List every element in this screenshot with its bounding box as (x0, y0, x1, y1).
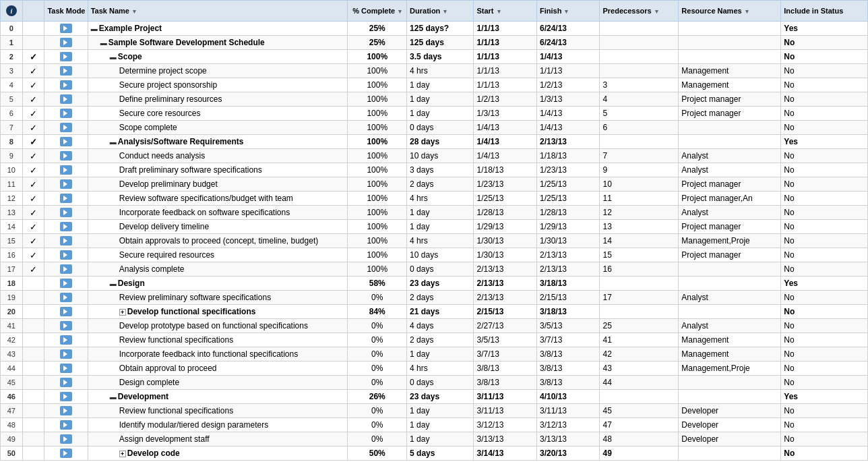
table-row[interactable]: 48Identify modular/tiered design paramet… (1, 418, 868, 432)
collapse-icon[interactable]: ▬ (100, 39, 107, 47)
header-pct[interactable]: % Complete ▾ (348, 1, 407, 22)
row-check: ✓ (22, 135, 44, 149)
header-task-name[interactable]: Task Name ▾ (88, 1, 348, 22)
row-task-name[interactable]: Develop delivery timeline (88, 220, 348, 234)
row-duration: 2 days (407, 333, 474, 347)
auto-schedule-icon (60, 250, 72, 260)
table-row[interactable]: 11✓Develop preliminary budget100%2 days1… (1, 177, 868, 192)
table-row[interactable]: 50+Develop code50%5 days3/14/133/20/1349… (1, 446, 868, 461)
table-row[interactable]: 20+Develop functional specifications84%2… (1, 305, 868, 319)
table-row[interactable]: 8✓▬Analysis/Software Requirements100%28 … (1, 135, 868, 149)
table-row[interactable]: 46▬Development26%23 days3/11/134/10/13Ye… (1, 390, 868, 404)
row-task-name[interactable]: Develop prototype based on functional sp… (88, 319, 348, 333)
row-task-name[interactable]: ▬Design (88, 277, 348, 291)
gantt-table: i Task Mode ▾ Task Name ▾ % Complete ▾ D… (0, 0, 868, 461)
row-task-name[interactable]: Conduct needs analysis (88, 149, 348, 163)
table-row[interactable]: 17✓Analysis complete100%0 days2/13/132/1… (1, 262, 868, 277)
expand-icon[interactable]: + (119, 451, 126, 457)
table-row[interactable]: 44Obtain approval to proceed0%4 hrs3/8/1… (1, 362, 868, 376)
collapse-icon[interactable]: ▬ (110, 53, 117, 61)
collapse-icon[interactable]: ▬ (110, 393, 117, 401)
table-row[interactable]: 41Develop prototype based on functional … (1, 319, 868, 333)
table-row[interactable]: 43Incorporate feedback into functional s… (1, 347, 868, 362)
row-task-name[interactable]: ▬Example Project (88, 22, 348, 36)
row-task-name[interactable]: Secure project sponsorship (88, 78, 348, 92)
table-row[interactable]: 13✓Incorporate feedback on software spec… (1, 206, 868, 220)
table-row[interactable]: 9✓Conduct needs analysis100%10 days1/4/1… (1, 149, 868, 163)
row-resource: Project manager (679, 107, 781, 121)
table-row[interactable]: 49Assign development staff0%1 day3/13/13… (1, 432, 868, 446)
collapse-icon[interactable]: ▬ (91, 25, 98, 32)
table-row[interactable]: 0▬Example Project25%125 days?1/1/136/24/… (1, 22, 868, 36)
row-predecessors: 9 (600, 163, 679, 177)
row-check: ✓ (22, 92, 44, 107)
header-predecessors[interactable]: Predecessors ▾ (600, 1, 679, 22)
row-task-name[interactable]: Analysis complete (88, 262, 348, 277)
check-icon: ✓ (30, 165, 37, 175)
table-row[interactable]: 15✓Obtain approvals to proceed (concept,… (1, 234, 868, 248)
row-task-name[interactable]: +Develop code (88, 446, 348, 461)
row-task-name[interactable]: ▬Sample Software Development Schedule (88, 36, 348, 50)
row-pct: 0% (348, 418, 407, 432)
table-row[interactable]: 5✓Define preliminary resources100%1 day1… (1, 92, 868, 107)
row-task-name[interactable]: Review software specifications/budget wi… (88, 192, 348, 206)
row-id: 19 (1, 291, 23, 305)
row-task-name[interactable]: Assign development staff (88, 432, 348, 446)
table-row[interactable]: 47Review functional specifications0%1 da… (1, 404, 868, 418)
table-row[interactable]: 18▬Design58%23 days2/13/133/18/13Yes (1, 277, 868, 291)
row-id: 16 (1, 248, 23, 262)
row-task-name[interactable]: Obtain approval to proceed (88, 362, 348, 376)
row-task-name[interactable]: Design complete (88, 376, 348, 390)
table-row[interactable]: 7✓Scope complete100%0 days1/4/131/4/136N… (1, 121, 868, 135)
row-task-name[interactable]: Obtain approvals to proceed (concept, ti… (88, 234, 348, 248)
table-row[interactable]: 12✓Review software specifications/budget… (1, 192, 868, 206)
header-finish[interactable]: Finish ▾ (536, 1, 600, 22)
row-task-name[interactable]: Draft preliminary software specification… (88, 163, 348, 177)
table-row[interactable]: 1▬Sample Software Development Schedule25… (1, 36, 868, 50)
header-duration[interactable]: Duration ▾ (407, 1, 474, 22)
row-duration: 23 days (407, 277, 474, 291)
row-task-name[interactable]: Develop preliminary budget (88, 177, 348, 192)
row-task-name[interactable]: Identify modular/tiered design parameter… (88, 418, 348, 432)
row-task-name[interactable]: ▬Analysis/Software Requirements (88, 135, 348, 149)
collapse-icon[interactable]: ▬ (110, 138, 117, 146)
row-task-name[interactable]: Secure required resources (88, 248, 348, 262)
row-task-name[interactable]: Review functional specifications (88, 333, 348, 347)
row-task-name[interactable]: ▬Scope (88, 50, 348, 64)
row-task-mode (44, 404, 88, 418)
header-resource[interactable]: Resource Names ▾ (679, 1, 781, 22)
header-include[interactable]: Include in Status (781, 1, 868, 22)
table-row[interactable]: 4✓Secure project sponsorship100%1 day1/1… (1, 78, 868, 92)
row-pct: 100% (348, 135, 407, 149)
table-row[interactable]: 19Review preliminary software specificat… (1, 291, 868, 305)
collapse-icon[interactable]: ▬ (110, 280, 117, 287)
table-row[interactable]: 2✓▬Scope100%3.5 days1/1/131/4/13No (1, 50, 868, 64)
row-task-name[interactable]: Review functional specifications (88, 404, 348, 418)
row-task-name[interactable]: Incorporate feedback on software specifi… (88, 206, 348, 220)
table-row[interactable]: 42Review functional specifications0%2 da… (1, 333, 868, 347)
row-task-name[interactable]: +Develop functional specifications (88, 305, 348, 319)
table-row[interactable]: 16✓Secure required resources100%10 days1… (1, 248, 868, 262)
row-task-name[interactable]: Secure core resources (88, 107, 348, 121)
table-row[interactable]: 10✓Draft preliminary software specificat… (1, 163, 868, 177)
row-task-name[interactable]: Scope complete (88, 121, 348, 135)
row-predecessors: 14 (600, 234, 679, 248)
row-task-name[interactable]: ▬Development (88, 390, 348, 404)
header-start[interactable]: Start ▾ (474, 1, 537, 22)
table-row[interactable]: 3✓Determine project scope100%4 hrs1/1/13… (1, 64, 868, 78)
row-task-name[interactable]: Review preliminary software specificatio… (88, 291, 348, 305)
expand-icon[interactable]: + (119, 309, 126, 316)
header-task-mode[interactable]: Task Mode ▾ (44, 1, 88, 22)
table-row[interactable]: 45Design complete0%0 days3/8/133/8/1344N… (1, 376, 868, 390)
table-row[interactable]: 6✓Secure core resources100%1 day1/3/131/… (1, 107, 868, 121)
row-task-name[interactable]: Incorporate feedback into functional spe… (88, 347, 348, 362)
row-finish: 1/28/13 (536, 206, 600, 220)
row-pct: 100% (348, 206, 407, 220)
row-check (22, 291, 44, 305)
row-task-name[interactable]: Determine project scope (88, 64, 348, 78)
table-row[interactable]: 14✓Develop delivery timeline100%1 day1/2… (1, 220, 868, 234)
auto-schedule-icon (60, 208, 72, 217)
row-predecessors: 16 (600, 262, 679, 277)
row-task-name[interactable]: Define preliminary resources (88, 92, 348, 107)
gantt-table-wrapper[interactable]: i Task Mode ▾ Task Name ▾ % Complete ▾ D… (0, 0, 868, 462)
